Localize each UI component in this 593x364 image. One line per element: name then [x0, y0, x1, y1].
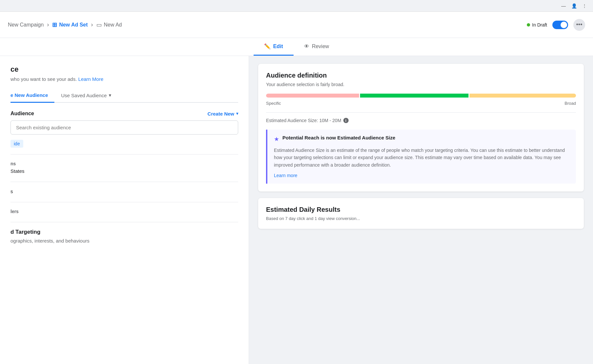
divider-2 [10, 182, 238, 182]
tab-edit-label: Edit [273, 44, 283, 49]
breadcrumb-new-ad[interactable]: ▭ New Ad [96, 21, 122, 28]
top-header: New Campaign › ⊞ New Ad Set › ▭ New Ad I… [0, 12, 593, 38]
info-box-title: Potential Reach is now Estimated Audienc… [282, 135, 395, 140]
in-draft-badge: In Draft [527, 22, 547, 27]
search-audience-input[interactable] [10, 120, 238, 135]
tabs-inner: ✏️ Edit 👁 Review [254, 38, 340, 56]
custom-audience-title: Audience [10, 111, 34, 117]
breadcrumb-new-ad-set[interactable]: ⊞ New Ad Set [52, 21, 87, 28]
meter-specific [266, 94, 359, 98]
audience-tab-new[interactable]: e New Audience [10, 88, 54, 103]
locations-label: ns [10, 161, 238, 166]
breadcrumb-new-campaign[interactable]: New Campaign [8, 22, 44, 28]
estimated-daily-subtitle: Based on 7 day click and 1 day view conv… [266, 216, 576, 221]
audience-meter [266, 94, 576, 98]
section-desc-text: who you want to see your ads. [10, 76, 77, 82]
meter-middle [360, 94, 469, 98]
header-right: In Draft ••• [527, 19, 585, 31]
tab-review[interactable]: 👁 Review [294, 38, 339, 56]
section-desc: who you want to see your ads. Learn More [10, 76, 238, 82]
main-content: ce who you want to see your ads. Learn M… [0, 56, 593, 364]
star-icon: ★ [274, 136, 279, 143]
info-box-body: Estimated Audience Size is an estimate o… [274, 147, 569, 169]
in-draft-dot [527, 23, 530, 27]
info-box-header: ★ Potential Reach is now Estimated Audie… [274, 135, 569, 143]
estimated-daily-card: Estimated Daily Results Based on 7 day c… [258, 198, 584, 229]
ad-icon: ▭ [96, 21, 102, 28]
meter-labels: Specific Broad [266, 101, 576, 106]
create-new-button[interactable]: Create New ▾ [207, 111, 238, 117]
tabs-bar: ✏️ Edit 👁 Review [0, 38, 593, 56]
learn-more-link[interactable]: Learn More [78, 76, 104, 82]
divider-1 [10, 154, 238, 155]
section-title: ce [10, 65, 238, 74]
meter-broad [469, 94, 576, 98]
audience-size-row: Estimated Audience Size: 10M - 20M i [266, 118, 576, 123]
search-audience-container [10, 120, 238, 135]
locations-value: States [10, 168, 238, 174]
custom-audience-header: Audience Create New ▾ [10, 111, 238, 117]
left-panel: ce who you want to see your ads. Learn M… [0, 56, 249, 364]
minimize-icon: — [560, 3, 567, 9]
in-draft-label: In Draft [532, 22, 547, 27]
saved-audience-dropdown-icon: ▾ [109, 92, 111, 98]
include-tag-row: ide [10, 140, 238, 148]
audience-definition-title: Audience definition [266, 72, 576, 79]
new-campaign-label: New Campaign [8, 22, 44, 28]
meter-broad-label: Broad [564, 101, 576, 106]
info-icon[interactable]: i [343, 118, 349, 123]
audience-definition-subtitle: Your audience selection is fairly broad. [266, 82, 576, 87]
create-new-arrow-icon: ▾ [236, 111, 238, 116]
more-options-button[interactable]: ••• [573, 19, 585, 31]
age-value: s [10, 189, 238, 194]
breadcrumb-separator-1: › [47, 21, 49, 28]
new-audience-tab-label: e New Audience [10, 92, 48, 98]
card-divider [266, 112, 576, 113]
saved-audience-tab-label: Use Saved Audience [61, 93, 106, 98]
tab-review-label: Review [312, 44, 329, 49]
audience-tabs: e New Audience Use Saved Audience ▾ [10, 88, 238, 103]
tab-edit[interactable]: ✏️ Edit [254, 38, 294, 56]
detailed-targeting-section: d Targeting ographics, interests, and be… [10, 229, 238, 244]
more-icon[interactable]: ⋮ [581, 3, 588, 9]
detailed-targeting-title: d Targeting [10, 229, 238, 235]
info-box-link[interactable]: Learn more [274, 173, 297, 178]
detailed-targeting-desc: ographics, interests, and behaviours [10, 238, 238, 244]
meter-specific-label: Specific [266, 101, 281, 106]
divider-3 [10, 202, 238, 202]
include-tag: ide [10, 140, 23, 148]
breadcrumb: New Campaign › ⊞ New Ad Set › ▭ New Ad [8, 21, 527, 28]
grid-icon: ⊞ [52, 21, 57, 28]
placeholder-label: lers [10, 209, 238, 214]
browser-bar: — 👤 ⋮ [0, 0, 593, 12]
profile-icon: 👤 [571, 3, 577, 9]
new-ad-label: New Ad [104, 22, 122, 28]
draft-toggle[interactable] [552, 21, 568, 29]
new-ad-set-label: New Ad Set [59, 22, 87, 28]
audience-size-label: Estimated Audience Size: 10M - 20M [266, 118, 341, 123]
audience-tab-saved[interactable]: Use Saved Audience ▾ [61, 88, 118, 102]
edit-icon: ✏️ [264, 43, 271, 49]
placeholder-section: lers [10, 209, 238, 214]
audience-definition-card: Audience definition Your audience select… [258, 64, 584, 191]
locations-section: ns States [10, 161, 238, 174]
estimated-daily-title: Estimated Daily Results [266, 206, 576, 213]
divider-4 [10, 222, 238, 222]
section-title-text: ce [10, 65, 18, 73]
right-panel: Audience definition Your audience select… [249, 56, 593, 364]
breadcrumb-separator-2: › [91, 21, 93, 28]
create-new-label: Create New [207, 111, 234, 117]
info-box: ★ Potential Reach is now Estimated Audie… [266, 130, 576, 184]
age-section: s [10, 189, 238, 194]
review-icon: 👁 [304, 44, 309, 49]
